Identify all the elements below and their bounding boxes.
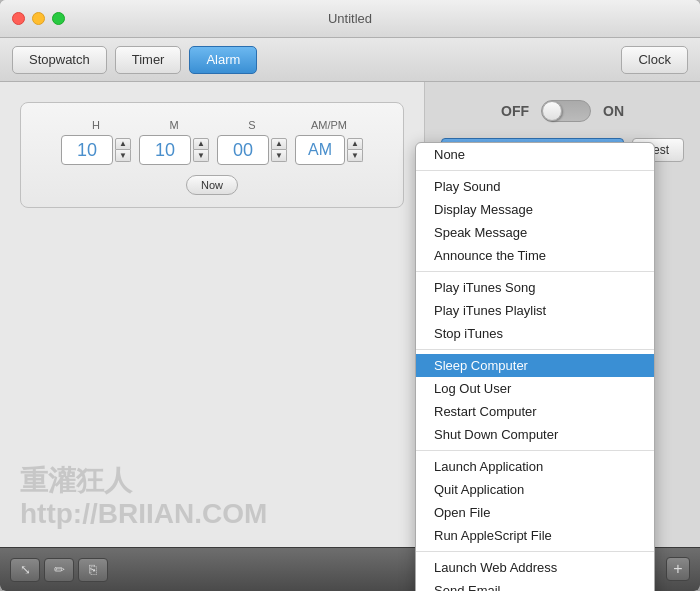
ampm-stepper: ▲ ▼ xyxy=(347,138,363,162)
minutes-group: M ▲ ▼ xyxy=(139,119,209,165)
menu-item-open-file[interactable]: Open File xyxy=(416,501,654,524)
toolbar: Stopwatch Timer Alarm Clock xyxy=(0,38,700,82)
maximize-button[interactable] xyxy=(52,12,65,25)
menu-item-launch-web[interactable]: Launch Web Address xyxy=(416,556,654,579)
menu-item-send-email[interactable]: Send Email xyxy=(416,579,654,591)
menu-item-announce-time[interactable]: Announce the Time xyxy=(416,244,654,267)
time-picker-box: H ▲ ▼ M xyxy=(20,102,404,208)
separator-4 xyxy=(416,450,654,451)
shrink-icon: ⤡ xyxy=(20,562,31,577)
menu-item-sleep-computer[interactable]: Sleep Computer xyxy=(416,354,654,377)
left-bottom-toolbar: ⤡ ✏ ⎘ xyxy=(0,547,424,591)
shrink-button[interactable]: ⤡ xyxy=(10,558,40,582)
copy-icon: ⎘ xyxy=(89,562,97,577)
close-button[interactable] xyxy=(12,12,25,25)
dropdown-menu: None Play Sound Display Message Speak Me… xyxy=(415,142,655,591)
hours-input-row: ▲ ▼ xyxy=(61,135,131,165)
ampm-input-row: ▲ ▼ xyxy=(295,135,363,165)
separator-3 xyxy=(416,349,654,350)
minutes-input[interactable] xyxy=(139,135,191,165)
hours-down[interactable]: ▼ xyxy=(115,150,131,162)
menu-item-stop-itunes[interactable]: Stop iTunes xyxy=(416,322,654,345)
plus-icon: + xyxy=(673,560,682,578)
right-panel: OFF ON Sleep Computer Test None Play Sou… xyxy=(425,82,700,591)
hours-label: H xyxy=(92,119,100,131)
edit-button[interactable]: ✏ xyxy=(44,558,74,582)
menu-item-play-itunes-song[interactable]: Play iTunes Song xyxy=(416,276,654,299)
main-content: H ▲ ▼ M xyxy=(0,82,700,591)
copy-button[interactable]: ⎘ xyxy=(78,558,108,582)
menu-item-speak-message[interactable]: Speak Message xyxy=(416,221,654,244)
minutes-label: M xyxy=(169,119,178,131)
separator-1 xyxy=(416,170,654,171)
on-label: ON xyxy=(603,103,624,119)
ampm-up[interactable]: ▲ xyxy=(347,138,363,150)
hours-input[interactable] xyxy=(61,135,113,165)
hours-stepper: ▲ ▼ xyxy=(115,138,131,162)
tab-clock[interactable]: Clock xyxy=(621,46,688,74)
window-title: Untitled xyxy=(328,11,372,26)
now-button[interactable]: Now xyxy=(186,175,238,195)
watermark: 重灌狂人 http://BRIIAN.COM xyxy=(20,464,267,531)
toggle-switch[interactable] xyxy=(541,100,591,122)
ampm-down[interactable]: ▼ xyxy=(347,150,363,162)
watermark-line2: http://BRIIAN.COM xyxy=(20,497,267,531)
ampm-input[interactable] xyxy=(295,135,345,165)
seconds-input[interactable] xyxy=(217,135,269,165)
minutes-down[interactable]: ▼ xyxy=(193,150,209,162)
tab-timer[interactable]: Timer xyxy=(115,46,182,74)
left-panel: H ▲ ▼ M xyxy=(0,82,425,591)
off-label: OFF xyxy=(501,103,529,119)
minutes-up[interactable]: ▲ xyxy=(193,138,209,150)
time-fields: H ▲ ▼ M xyxy=(61,119,363,165)
ampm-group: AM/PM ▲ ▼ xyxy=(295,119,363,165)
watermark-line1: 重灌狂人 xyxy=(20,464,267,498)
menu-item-restart-computer[interactable]: Restart Computer xyxy=(416,400,654,423)
minimize-button[interactable] xyxy=(32,12,45,25)
menu-item-display-message[interactable]: Display Message xyxy=(416,198,654,221)
seconds-stepper: ▲ ▼ xyxy=(271,138,287,162)
time-picker-area: H ▲ ▼ M xyxy=(0,82,424,218)
ampm-label: AM/PM xyxy=(311,119,347,131)
menu-item-run-applescript[interactable]: Run AppleScript File xyxy=(416,524,654,547)
hours-group: H ▲ ▼ xyxy=(61,119,131,165)
separator-5 xyxy=(416,551,654,552)
edit-icon: ✏ xyxy=(54,562,65,577)
add-button[interactable]: + xyxy=(666,557,690,581)
tab-stopwatch[interactable]: Stopwatch xyxy=(12,46,107,74)
tab-alarm[interactable]: Alarm xyxy=(189,46,257,74)
minutes-input-row: ▲ ▼ xyxy=(139,135,209,165)
menu-item-shut-down-computer[interactable]: Shut Down Computer xyxy=(416,423,654,446)
minutes-stepper: ▲ ▼ xyxy=(193,138,209,162)
seconds-input-row: ▲ ▼ xyxy=(217,135,287,165)
seconds-down[interactable]: ▼ xyxy=(271,150,287,162)
seconds-label: S xyxy=(248,119,255,131)
menu-item-play-sound[interactable]: Play Sound xyxy=(416,175,654,198)
traffic-lights xyxy=(12,12,65,25)
separator-2 xyxy=(416,271,654,272)
menu-item-launch-application[interactable]: Launch Application xyxy=(416,455,654,478)
app-window: Untitled Stopwatch Timer Alarm Clock H xyxy=(0,0,700,591)
toggle-thumb xyxy=(542,101,562,121)
menu-item-play-itunes-playlist[interactable]: Play iTunes Playlist xyxy=(416,299,654,322)
seconds-group: S ▲ ▼ xyxy=(217,119,287,165)
titlebar: Untitled xyxy=(0,0,700,38)
menu-item-log-out-user[interactable]: Log Out User xyxy=(416,377,654,400)
hours-up[interactable]: ▲ xyxy=(115,138,131,150)
menu-item-none[interactable]: None xyxy=(416,143,654,166)
seconds-up[interactable]: ▲ xyxy=(271,138,287,150)
on-off-row: OFF ON xyxy=(441,100,684,122)
menu-item-quit-application[interactable]: Quit Application xyxy=(416,478,654,501)
